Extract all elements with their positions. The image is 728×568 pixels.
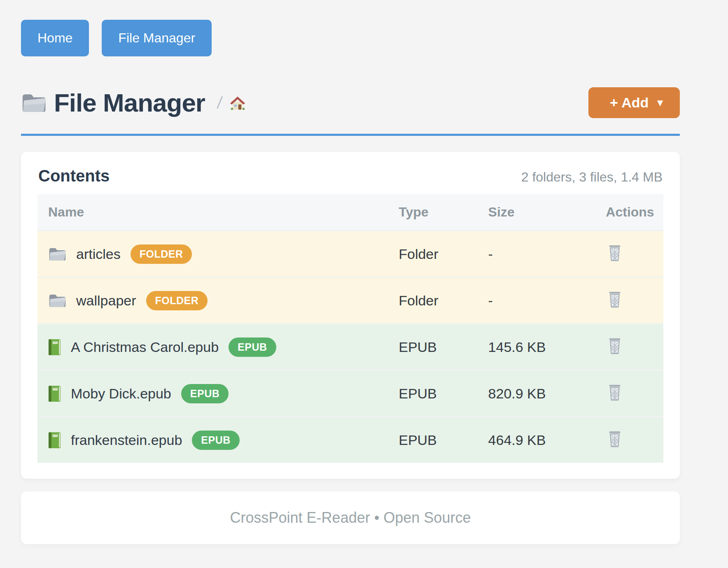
column-header-actions: Actions <box>595 194 663 231</box>
breadcrumb-separator: / <box>216 93 223 112</box>
type-badge: FOLDER <box>146 291 208 310</box>
title-underline <box>21 134 680 136</box>
book-icon <box>48 432 61 449</box>
trash-icon <box>607 244 622 262</box>
table-header-row: Name Type Size Actions <box>37 194 663 231</box>
size-cell: 145.6 KB <box>478 324 595 370</box>
file-manager-page: Home File Manager File Manager / + Add ▼… <box>21 0 680 544</box>
contents-summary: 2 folders, 3 files, 1.4 MB <box>521 170 663 185</box>
trash-icon <box>607 337 622 355</box>
table-row[interactable]: frankenstein.epub EPUB EPUB 464.9 KB <box>37 417 663 463</box>
nav-file-manager-button[interactable]: File Manager <box>102 20 212 56</box>
breadcrumb-home-link[interactable] <box>229 95 246 111</box>
home-icon <box>229 95 246 111</box>
type-cell: Folder <box>388 277 477 324</box>
table-row[interactable]: Moby Dick.epub EPUB EPUB 820.9 KB <box>37 370 663 417</box>
type-badge: EPUB <box>229 338 276 357</box>
file-name: Moby Dick.epub <box>71 386 171 402</box>
size-cell: 464.9 KB <box>478 417 595 463</box>
table-row[interactable]: articles FOLDER Folder - <box>37 231 663 277</box>
add-button[interactable]: + Add ▼ <box>588 87 680 118</box>
column-header-size: Size <box>478 194 595 231</box>
nav-home-button[interactable]: Home <box>21 20 89 56</box>
delete-button[interactable] <box>606 335 624 357</box>
book-icon <box>48 339 61 356</box>
page-header: File Manager / + Add ▼ <box>21 85 680 120</box>
page-title: File Manager <box>54 88 205 117</box>
footer-text: CrossPoint E-Reader • Open Source <box>230 509 471 526</box>
folder-icon <box>48 247 66 262</box>
size-cell: - <box>478 231 595 277</box>
delete-button[interactable] <box>606 428 624 450</box>
delete-button[interactable] <box>606 242 624 264</box>
table-row[interactable]: A Christmas Carol.epub EPUB EPUB 145.6 K… <box>37 324 663 370</box>
contents-card: Contents 2 folders, 3 files, 1.4 MB Name… <box>21 152 680 479</box>
delete-button[interactable] <box>606 289 624 310</box>
caret-down-icon: ▼ <box>655 98 665 108</box>
size-cell: 820.9 KB <box>478 370 595 417</box>
title-group: File Manager / <box>21 88 246 117</box>
book-icon <box>48 385 61 402</box>
type-cell: EPUB <box>388 370 477 417</box>
type-badge: EPUB <box>181 384 229 403</box>
type-cell: EPUB <box>388 417 477 463</box>
card-header: Contents 2 folders, 3 files, 1.4 MB <box>37 167 663 185</box>
file-name: frankenstein.epub <box>71 432 182 448</box>
type-badge: EPUB <box>192 431 239 450</box>
file-name: articles <box>76 246 121 262</box>
folder-icon <box>48 293 66 308</box>
type-cell: EPUB <box>388 324 477 370</box>
file-name: wallpaper <box>76 293 136 309</box>
add-button-text: + Add <box>610 95 649 111</box>
type-badge: FOLDER <box>131 244 192 264</box>
size-cell: - <box>478 277 595 324</box>
type-cell: Folder <box>388 231 477 277</box>
file-table: Name Type Size Actions articles FOLDER <box>37 194 663 463</box>
table-row[interactable]: wallpaper FOLDER Folder - <box>37 277 663 324</box>
column-header-name: Name <box>37 194 388 231</box>
trash-icon <box>607 291 622 309</box>
delete-button[interactable] <box>606 382 624 403</box>
top-nav: Home File Manager <box>21 20 680 56</box>
file-name: A Christmas Carol.epub <box>71 339 219 355</box>
trash-icon <box>607 384 622 402</box>
contents-title: Contents <box>38 167 110 185</box>
trash-icon <box>607 430 622 448</box>
column-header-type: Type <box>388 194 477 231</box>
folder-icon <box>21 91 47 114</box>
footer: CrossPoint E-Reader • Open Source <box>21 491 680 544</box>
